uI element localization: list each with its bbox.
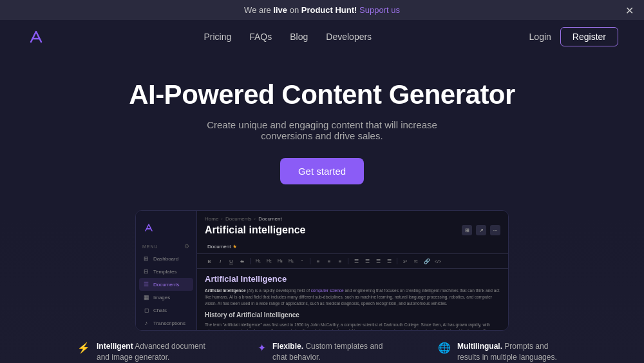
sidebar-item-dashboard[interactable]: ⊞ Dashboard [136, 252, 196, 265]
toolbar-h3[interactable]: H₃ [276, 257, 285, 266]
sidebar-item-documents[interactable]: ☰ Documents [139, 278, 193, 291]
navbar: Pricing FAQs Blog Developers Login Regis… [0, 20, 644, 54]
toolbar-h2[interactable]: H₂ [265, 257, 274, 266]
toolbar-quote[interactable]: " [298, 257, 307, 266]
banner-support-link[interactable]: Support us [359, 5, 400, 15]
multilingual-icon: 🌐 [438, 342, 451, 354]
tab-star-icon: ★ [232, 244, 237, 250]
toolbar-ol[interactable]: ≡ [325, 257, 334, 266]
nav-pricing-link[interactable]: Pricing [204, 32, 231, 42]
hero-section: AI-Powered Content Generator Create uniq… [0, 54, 644, 197]
templates-icon: ⊟ [142, 268, 150, 275]
nav-faqs-link[interactable]: FAQs [249, 32, 272, 42]
toolbar-h4[interactable]: H₄ [287, 257, 296, 266]
toolbar-sep-4 [397, 258, 397, 264]
features-strip: ⚡ Intelligent Advanced document and imag… [0, 331, 644, 363]
document-tab-bar: Document ★ [197, 240, 508, 253]
hero-title: AI-Powered Content Generator [129, 79, 515, 110]
breadcrumb: Home › Documents › Document [197, 211, 508, 224]
feature-intelligent: ⚡ Intelligent Advanced document and imag… [77, 341, 206, 363]
document-title-bar: Artificial intelligence ⊞ ↗ ··· [197, 224, 508, 240]
sidebar-item-chats[interactable]: ◻ Chats [136, 304, 196, 317]
transcriptions-icon: ♪ [142, 320, 150, 326]
nav-logo[interactable] [26, 26, 46, 47]
feature-flexible: ✦ Flexible. Custom templates and chat be… [258, 341, 386, 363]
nav-auth: Login Register [529, 27, 618, 46]
get-started-button[interactable]: Get started [280, 158, 364, 184]
nav-blog-link[interactable]: Blog [290, 32, 308, 42]
doc-content-heading: Artificial Intelligence [205, 274, 500, 284]
sidebar-item-images[interactable]: ▦ Images [136, 291, 196, 304]
document-title: Artificial intelligence [205, 224, 305, 236]
toolbar-subscript[interactable]: x₂ [412, 257, 421, 266]
toolbar-sep-1 [250, 258, 251, 264]
flexible-icon: ✦ [258, 342, 266, 354]
grid-icon[interactable]: ⊞ [462, 225, 472, 235]
toolbar-align-justify[interactable]: ☰ [384, 257, 393, 266]
toolbar-italic[interactable]: I [216, 257, 225, 266]
sidebar-item-transcriptions[interactable]: ♪ Transcriptions [136, 317, 196, 329]
sidebar-item-templates[interactable]: ⊟ Templates [136, 265, 196, 278]
nav-developers-link[interactable]: Developers [326, 32, 372, 42]
toolbar-code[interactable]: </> [433, 257, 442, 266]
toolbar-bold[interactable]: B [205, 257, 214, 266]
login-button[interactable]: Login [529, 32, 551, 42]
images-icon: ▦ [142, 294, 150, 300]
doc-section-heading: History of Artificial Intelligence [205, 311, 500, 319]
doc-content-body: Artificial Intelligence (AI) is a rapidl… [205, 288, 500, 306]
banner-text: We are live on Product Hunt! Support us [244, 5, 400, 15]
toolbar-link[interactable]: 🔗 [422, 257, 431, 266]
nav-links: Pricing FAQs Blog Developers [204, 31, 372, 43]
logo-icon [26, 26, 46, 47]
intelligent-icon: ⚡ [77, 342, 90, 354]
toolbar-superscript[interactable]: x² [401, 257, 410, 266]
feature-intelligent-text: Intelligent Advanced document and image … [97, 341, 206, 363]
preview-main: Home › Documents › Document Artificial i… [197, 211, 508, 330]
document-action-icons: ⊞ ↗ ··· [462, 225, 500, 235]
toolbar-strikethrough[interactable]: S [238, 257, 247, 266]
more-icon[interactable]: ··· [490, 225, 500, 235]
toolbar-ul[interactable]: ≡ [314, 257, 323, 266]
toolbar-underline[interactable]: U [227, 257, 236, 266]
toolbar-align-left[interactable]: ☰ [352, 257, 361, 266]
banner-close-button[interactable]: ✕ [625, 4, 634, 16]
feature-flexible-text: Flexible. Custom templates and chat beha… [272, 341, 386, 363]
toolbar-sep-2 [310, 258, 310, 264]
toolbar-sep-3 [348, 258, 348, 264]
hero-subtitle: Create unique and engaging content that … [193, 119, 451, 141]
preview-sidebar: MENU ⚙ ⊞ Dashboard ⊟ Templates ☰ Documen… [136, 211, 197, 330]
chats-icon: ◻ [142, 307, 150, 313]
sidebar-logo [136, 217, 196, 240]
dashboard-icon: ⊞ [142, 255, 150, 262]
toolbar-align-right[interactable]: ☰ [374, 257, 383, 266]
doc-link-cs[interactable]: computer science [311, 288, 344, 293]
page-wrapper: We are live on Product Hunt! Support us … [0, 0, 644, 363]
feature-multilingual-text: Multilingual. Prompts and results in mul… [457, 341, 567, 363]
toolbar-align-center[interactable]: ☰ [363, 257, 372, 266]
app-preview: MENU ⚙ ⊞ Dashboard ⊟ Templates ☰ Documen… [135, 210, 509, 331]
share-icon[interactable]: ↗ [476, 225, 486, 235]
sidebar-menu-label: MENU ⚙ [136, 240, 196, 252]
register-button[interactable]: Register [560, 27, 618, 46]
document-content: Artificial Intelligence Artificial Intel… [197, 269, 508, 330]
toolbar-h1[interactable]: H₁ [254, 257, 263, 266]
documents-icon: ☰ [142, 281, 150, 288]
document-toolbar: B I U S H₁ H₂ H₃ H₄ " ≡ ≡ ≡ ☰ ☰ ☰ ☰ [197, 253, 508, 269]
document-tab[interactable]: Document ★ [205, 242, 240, 251]
feature-multilingual: 🌐 Multilingual. Prompts and results in m… [438, 341, 567, 363]
toolbar-indent[interactable]: ≡ [336, 257, 345, 266]
announcement-banner: We are live on Product Hunt! Support us … [0, 0, 644, 20]
doc-section-body: The term "artificial intelligence" was f… [205, 322, 500, 330]
